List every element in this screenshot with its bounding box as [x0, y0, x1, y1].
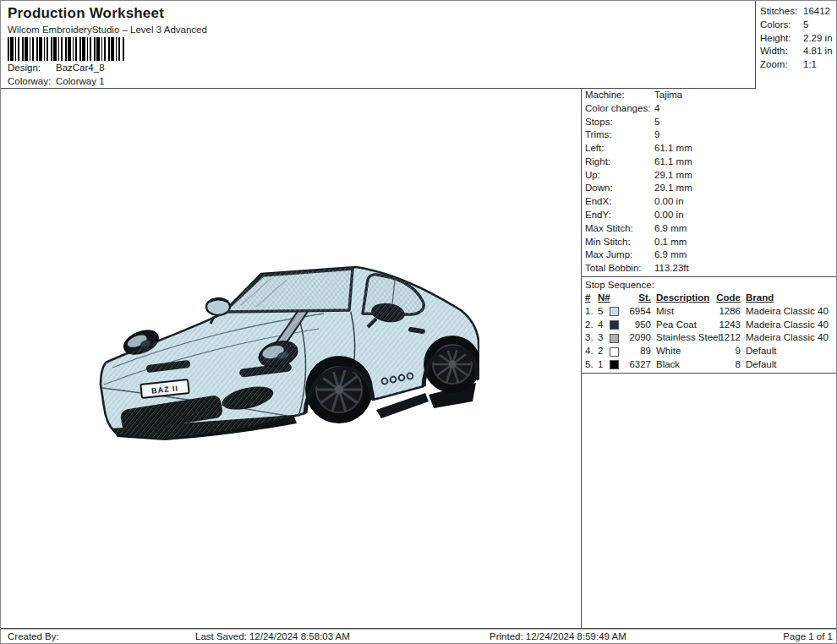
stop-row: 4. 2 89 White 9 Default — [582, 345, 837, 358]
machine-value: 0.00 in — [654, 195, 837, 209]
colorway-label: Colorway: — [8, 76, 56, 86]
stop-needle: 2 — [598, 345, 610, 358]
stop-stitches: 6327 — [623, 358, 651, 372]
machine-label: Total Bobbin: — [585, 262, 654, 276]
machine-value: 113.23ft — [654, 262, 837, 276]
stop-code: 1243 — [715, 319, 741, 332]
stop-brand: Default — [741, 345, 837, 358]
stop-stitches: 89 — [623, 345, 651, 358]
machine-row: Trims:9 — [582, 128, 837, 142]
stop-stitches: 2090 — [623, 331, 651, 345]
stat-value: 16412 — [803, 5, 837, 19]
production-worksheet-page: Production Worksheet Wilcom EmbroiderySt… — [0, 0, 837, 644]
stat-width: Width:4.81 in — [760, 45, 837, 58]
barcode-icon — [8, 37, 124, 61]
machine-row: Down:29.1 mm — [582, 182, 837, 195]
machine-value: 4 — [654, 102, 837, 116]
machine-label: Max Jump: — [585, 248, 654, 262]
col-header-needle: N# — [598, 292, 610, 305]
front-wheel — [305, 356, 373, 423]
col-header-description: Description — [651, 292, 715, 305]
colorway-field: Colorway: Colorway 1 — [8, 76, 105, 86]
stop-sequence-title: Stop Sequence: — [582, 278, 837, 292]
page-title: Production Worksheet — [8, 5, 164, 22]
stop-stitches: 950 — [623, 319, 651, 332]
machine-label: Trims: — [585, 128, 654, 142]
machine-value: 5 — [654, 116, 837, 129]
machine-row: Up:29.1 mm — [582, 169, 837, 183]
body-stitch-texture — [101, 267, 479, 439]
stop-code: 1212 — [715, 331, 741, 345]
stat-value: 1:1 — [803, 58, 837, 72]
stop-code: 1286 — [715, 305, 741, 319]
machine-label: EndY: — [585, 209, 654, 222]
machine-value: 29.1 mm — [654, 169, 837, 183]
machine-label: Down: — [585, 182, 654, 195]
stop-description: Stainless Steel — [651, 331, 715, 345]
stat-value: 5 — [803, 19, 837, 32]
stat-colors: Colors:5 — [760, 19, 837, 32]
stat-zoom: Zoom:1:1 — [760, 58, 837, 72]
machine-row: Left:61.1 mm — [582, 142, 837, 156]
machine-row: Color changes:4 — [582, 102, 837, 116]
stop-num: 3. — [585, 331, 598, 345]
stat-label: Colors: — [760, 19, 803, 32]
design-label: Design: — [8, 63, 56, 73]
stat-label: Height: — [760, 32, 803, 46]
stop-row: 5. 1 6327 Black 8 Default — [582, 358, 837, 372]
stop-brand: Default — [741, 358, 837, 372]
machine-row: Right:61.1 mm — [582, 156, 837, 169]
col-header-num: # — [585, 292, 598, 305]
design-value: BazCar4_8 — [56, 63, 105, 73]
printed-text: Printed: 12/24/2024 8:59:49 AM — [490, 629, 769, 644]
machine-label: Machine: — [585, 89, 654, 102]
stop-brand: Madeira Classic 40 — [741, 319, 837, 332]
design-field: Design: BazCar4_8 — [8, 63, 105, 73]
stat-stitches: Stitches:16412 — [760, 5, 837, 19]
col-header-stitches: St. — [610, 292, 651, 305]
panel-divider — [582, 373, 837, 374]
machine-label: Color changes: — [585, 102, 654, 116]
machine-label: Stops: — [585, 116, 654, 129]
machine-value: 61.1 mm — [654, 156, 837, 169]
stat-label: Stitches: — [760, 5, 803, 19]
machine-value: 9 — [654, 128, 837, 142]
machine-value: 0.1 mm — [654, 236, 837, 249]
stop-description: White — [651, 345, 715, 358]
stop-stitches: 6954 — [623, 305, 651, 319]
machine-value: Tajima — [654, 89, 837, 102]
stop-code: 9 — [715, 345, 741, 358]
stop-sequence-header: # N# St. Description Code Brand — [582, 292, 837, 305]
stop-brand: Madeira Classic 40 — [741, 305, 837, 319]
stop-row: 1. 5 6954 Mist 1286 Madeira Classic 40 — [582, 305, 837, 319]
col-header-code: Code — [715, 292, 741, 305]
machine-label: EndX: — [585, 195, 654, 209]
app-subtitle: Wilcom EmbroideryStudio – Level 3 Advanc… — [8, 25, 207, 35]
embroidery-car-design: BAZ II — [97, 261, 479, 454]
stop-description: Black — [651, 358, 715, 372]
created-by-label: Created By: — [1, 629, 195, 644]
summary-stats-panel: Stitches:16412 Colors:5 Height:2.29 in W… — [755, 1, 837, 89]
stat-value: 2.29 in — [803, 32, 837, 46]
last-saved-text: Last Saved: 12/24/2024 8:58:03 AM — [195, 629, 490, 644]
stop-code: 8 — [715, 358, 741, 372]
color-swatch — [610, 320, 619, 330]
machine-row: Max Stitch:6.9 mm — [582, 222, 837, 236]
stat-label: Width: — [760, 45, 803, 58]
stop-row: 2. 4 950 Pea Coat 1243 Madeira Classic 4… — [582, 319, 837, 332]
stop-num: 4. — [585, 345, 598, 358]
machine-value: 6.9 mm — [654, 222, 837, 236]
stat-label: Zoom: — [760, 58, 803, 72]
stat-value: 4.81 in — [803, 45, 837, 58]
machine-value: 0.00 in — [654, 209, 837, 222]
machine-row: Machine:Tajima — [582, 89, 837, 102]
stop-needle: 5 — [598, 305, 610, 319]
footer: Created By: Last Saved: 12/24/2024 8:58:… — [1, 628, 837, 644]
stop-num: 2. — [585, 319, 598, 332]
machine-row: EndY:0.00 in — [582, 209, 837, 222]
panel-divider — [582, 276, 837, 277]
rear-wheel — [424, 336, 479, 393]
machine-label: Up: — [585, 169, 654, 183]
machine-value: 29.1 mm — [654, 182, 837, 195]
machine-row: EndX:0.00 in — [582, 195, 837, 209]
